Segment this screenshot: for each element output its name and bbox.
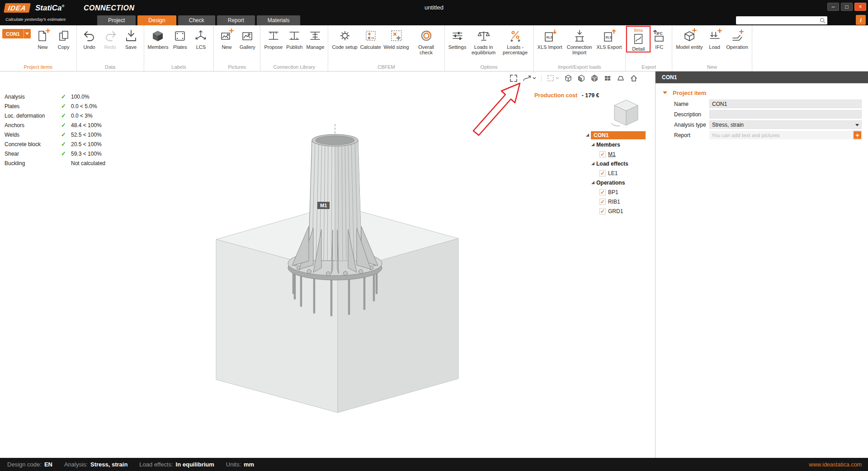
- panels-view-button[interactable]: [604, 74, 612, 82]
- button-label: Model entity: [676, 44, 703, 50]
- tree-item-label[interactable]: M1: [608, 151, 616, 157]
- new-project-item-button[interactable]: New: [33, 27, 53, 51]
- status-bar: Design code:EN Analysis:Stress, strain L…: [0, 458, 868, 471]
- view-cube[interactable]: [608, 98, 644, 131]
- isometric-view-button[interactable]: [564, 74, 572, 82]
- button-label: Gallery: [240, 44, 255, 50]
- ribbon-group-label: Options: [445, 64, 533, 70]
- tree-item-rib1[interactable]: ✓ RIB1: [586, 197, 646, 206]
- checkbox-checked-icon[interactable]: ✓: [599, 151, 606, 157]
- website-link[interactable]: www.ideastatica.com: [809, 461, 862, 468]
- tree-item-le1[interactable]: ✓ LE1: [586, 168, 646, 178]
- tree-item-label[interactable]: LE1: [608, 170, 618, 176]
- project-item-selector[interactable]: CON1: [2, 29, 31, 38]
- settings-button[interactable]: Settings: [447, 27, 468, 51]
- analysis-row-name: Analysis: [5, 94, 61, 100]
- add-report-button[interactable]: +: [853, 131, 862, 139]
- new-operation-button[interactable]: Operation: [725, 27, 750, 51]
- ifc-export-button[interactable]: IFC IFC: [649, 27, 670, 51]
- labels-members-button[interactable]: Members: [146, 27, 170, 51]
- overall-check-button[interactable]: Overall check: [410, 27, 442, 56]
- connection-import-button[interactable]: Connection Import: [564, 27, 595, 56]
- tree-root-label[interactable]: CON1: [591, 131, 646, 139]
- info-button[interactable]: i: [856, 15, 866, 25]
- expander-icon[interactable]: [586, 133, 589, 137]
- tree-item-con1[interactable]: CON1: [586, 130, 646, 140]
- section-collapse-icon[interactable]: [663, 91, 667, 94]
- new-model-entity-button[interactable]: Model entity: [675, 27, 704, 51]
- weld-sizing-button[interactable]: Weld sizing: [382, 27, 410, 51]
- viewport-3d[interactable]: Analysis✓100.0% Plates✓0.0 < 5.0% Loc. d…: [0, 71, 655, 458]
- button-label: LCS: [196, 44, 206, 50]
- tree-group-members[interactable]: Members: [586, 140, 646, 149]
- front-view-button[interactable]: [577, 74, 585, 82]
- analysis-type-select[interactable]: Stress, strain: [709, 120, 862, 129]
- tab-report[interactable]: Report: [217, 15, 255, 25]
- checkbox-checked-icon[interactable]: ✓: [599, 199, 606, 205]
- tree-group-operations[interactable]: Operations: [586, 178, 646, 187]
- tab-check[interactable]: Check: [178, 15, 215, 25]
- tree-item-bp1[interactable]: ✓ BP1: [586, 187, 646, 197]
- tree-group-load-effects[interactable]: Load effects: [586, 159, 646, 168]
- checkbox-checked-icon[interactable]: ✓: [599, 170, 606, 176]
- loads-percentage-button[interactable]: Loads - percentage: [500, 27, 531, 56]
- xls-export-button[interactable]: XLS XLS Export: [595, 27, 623, 51]
- description-input[interactable]: [709, 110, 862, 119]
- lcs-axes-icon: [193, 28, 208, 43]
- xls-import-button[interactable]: XLS XLS Import: [536, 27, 564, 51]
- save-button[interactable]: Save: [121, 27, 142, 51]
- detail-export-button[interactable]: Beta Detail: [628, 27, 649, 52]
- chevron-down-icon[interactable]: [24, 29, 31, 38]
- ribbon-group-label: CBFEM: [328, 64, 444, 70]
- expander-icon[interactable]: [591, 143, 594, 146]
- clip-planes-button[interactable]: [617, 74, 625, 82]
- library-manage-button[interactable]: Manage: [305, 27, 326, 51]
- loads-in-equilibrium-button[interactable]: Loads in equilibrium: [468, 27, 500, 56]
- tab-project[interactable]: Project: [97, 15, 136, 25]
- picture-new-button[interactable]: New: [216, 27, 237, 51]
- status-label: Analysis:: [64, 461, 88, 468]
- report-placeholder[interactable]: You can add text and pictures: [709, 131, 852, 139]
- chevron-down-icon[interactable]: [556, 77, 559, 80]
- button-label: XLS Export: [597, 44, 622, 50]
- svg-text:XLS: XLS: [546, 35, 553, 39]
- code-setup-button[interactable]: Code setup: [330, 27, 359, 51]
- section-project-item[interactable]: Project item: [656, 87, 868, 98]
- close-button[interactable]: ×: [854, 3, 866, 11]
- tree-item-grd1[interactable]: ✓ GRD1: [586, 206, 646, 216]
- redo-button[interactable]: Redo: [100, 27, 121, 51]
- expander-icon[interactable]: [591, 162, 594, 165]
- tree-item-label[interactable]: GRD1: [608, 208, 623, 214]
- library-publish-button[interactable]: Publish: [284, 27, 305, 51]
- picture-gallery-button[interactable]: Gallery: [237, 27, 258, 51]
- deformed-shape-button[interactable]: [523, 74, 536, 82]
- maximize-button[interactable]: □: [841, 3, 853, 11]
- new-load-button[interactable]: Load: [704, 27, 725, 51]
- library-propose-button[interactable]: Propose: [263, 27, 284, 51]
- expander-icon[interactable]: [591, 181, 594, 184]
- checkbox-checked-icon[interactable]: ✓: [599, 208, 606, 214]
- status-units: Units:mm: [226, 461, 254, 468]
- tab-design[interactable]: Design: [137, 15, 176, 25]
- name-input[interactable]: [709, 100, 862, 108]
- fit-view-button[interactable]: [509, 74, 518, 82]
- settings-sliders-icon: [450, 28, 465, 43]
- tree-item-label[interactable]: BP1: [608, 189, 618, 195]
- tree-item-label[interactable]: RIB1: [608, 199, 620, 205]
- calculate-button[interactable]: Calculate: [359, 27, 382, 51]
- button-label: Publish: [286, 44, 302, 50]
- home-view-button[interactable]: [630, 74, 638, 82]
- window-zoom-button[interactable]: [547, 74, 559, 82]
- tree-group-label: Load effects: [596, 161, 628, 167]
- solid-view-button[interactable]: [590, 74, 599, 82]
- checkbox-checked-icon[interactable]: ✓: [599, 189, 606, 195]
- minimize-button[interactable]: –: [827, 3, 839, 11]
- labels-plates-button[interactable]: Plates: [170, 27, 190, 51]
- chevron-down-icon[interactable]: [533, 77, 536, 80]
- copy-project-item-button[interactable]: Copy: [53, 27, 74, 51]
- tree-item-m1[interactable]: ✓ M1: [586, 149, 646, 159]
- search-input[interactable]: [738, 18, 820, 23]
- labels-lcs-button[interactable]: LCS: [190, 27, 211, 51]
- tab-materials[interactable]: Materials: [257, 15, 301, 25]
- undo-button[interactable]: Undo: [79, 27, 100, 51]
